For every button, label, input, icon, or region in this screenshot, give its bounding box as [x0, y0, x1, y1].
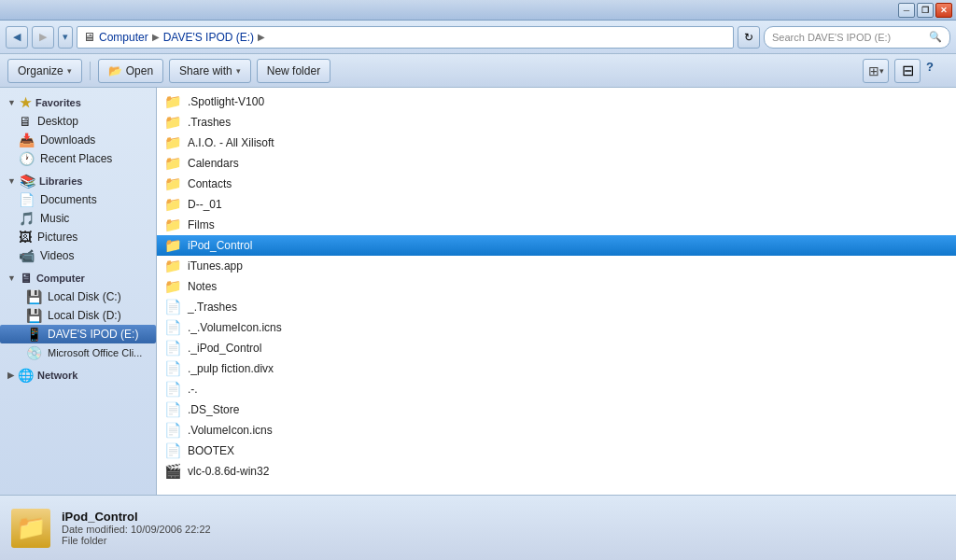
file-item[interactable]: 📄._.VolumeIcon.icns: [157, 317, 956, 338]
file-item[interactable]: 📄BOOTEX: [157, 441, 956, 461]
sidebar-item-local-c[interactable]: 💾 Local Disk (C:): [0, 287, 156, 306]
maximize-button[interactable]: ❐: [917, 3, 934, 18]
file-item[interactable]: 📁Films: [157, 215, 956, 235]
address-box[interactable]: 🖥 Computer ▶ DAVE'S IPOD (E:) ▶: [77, 26, 734, 49]
file-icon: 📄: [164, 442, 182, 459]
file-name: vlc-0.8.6d-win32: [188, 465, 269, 478]
recent-label: Recent Places: [40, 152, 112, 165]
sidebar-item-local-d[interactable]: 💾 Local Disk (D:): [0, 306, 156, 325]
view-icon: ⊞: [868, 63, 879, 78]
view-button[interactable]: ⊞ ▾: [863, 59, 889, 83]
file-name: ._.VolumeIcon.icns: [188, 321, 282, 334]
file-item[interactable]: 📄._pulp fiction.divx: [157, 358, 956, 379]
organize-button[interactable]: Organize ▾: [7, 59, 82, 83]
pictures-icon: 🖼: [19, 230, 32, 245]
back-button[interactable]: ◀: [6, 26, 28, 49]
help-button[interactable]: ?: [926, 60, 949, 82]
file-name: Notes: [188, 280, 217, 293]
documents-label: Documents: [40, 193, 97, 206]
dropdown-button[interactable]: ▾: [58, 26, 73, 49]
open-button[interactable]: 📂 Open: [98, 59, 163, 83]
favorites-header[interactable]: ▼ ★ Favorites: [0, 93, 156, 112]
file-item[interactable]: 📁.Spotlight-V100: [157, 91, 956, 112]
sidebar-item-desktop[interactable]: 🖥 Desktop: [0, 112, 156, 131]
desktop-icon: 🖥: [19, 114, 32, 129]
file-item[interactable]: 📁Contacts: [157, 174, 956, 194]
file-item[interactable]: 📄_.Trashes: [157, 297, 956, 317]
music-icon: 🎵: [19, 211, 35, 226]
breadcrumb-drive[interactable]: DAVE'S IPOD (E:): [163, 31, 254, 44]
status-bar: 📁 iPod_Control Date modified: 10/09/2006…: [0, 495, 956, 560]
office-label: Microsoft Office Cli...: [48, 347, 142, 358]
disk-c-label: Local Disk (C:): [48, 290, 121, 303]
file-item[interactable]: 📁iTunes.app: [157, 256, 956, 276]
disk-d-icon: 💾: [26, 308, 42, 323]
file-item[interactable]: 📁D--_01: [157, 194, 956, 215]
disk-c-icon: 💾: [26, 289, 42, 304]
documents-icon: 📄: [19, 192, 35, 207]
file-name: .Spotlight-V100: [188, 95, 264, 108]
folder-icon: 📁: [164, 258, 182, 274]
toolbar: Organize ▾ 📂 Open Share with ▾ New folde…: [0, 54, 956, 88]
breadcrumb-computer[interactable]: Computer: [99, 31, 148, 44]
minimize-button[interactable]: ─: [898, 3, 915, 18]
computer-header[interactable]: ▼ 🖥 Computer: [0, 269, 156, 287]
libraries-section: ▼ 📚 Libraries 📄 Documents 🎵 Music 🖼 Pict…: [0, 172, 156, 265]
refresh-button[interactable]: ↻: [738, 26, 760, 49]
network-header[interactable]: ▶ 🌐 Network: [0, 366, 156, 385]
file-name: iTunes.app: [188, 259, 243, 273]
favorites-label: Favorites: [35, 97, 81, 108]
sidebar-item-videos[interactable]: 📹 Videos: [0, 246, 156, 265]
status-filename: iPod_Control: [62, 510, 945, 524]
file-item[interactable]: 📄._iPod_Control: [157, 338, 956, 358]
file-item[interactable]: 📁Calendars: [157, 153, 956, 174]
address-bar: ◀ ▶ ▾ 🖥 Computer ▶ DAVE'S IPOD (E:) ▶ ↻ …: [0, 21, 956, 54]
sidebar-item-ipod[interactable]: 📱 DAVE'S IPOD (E:): [0, 325, 156, 343]
computer-label: Computer: [36, 273, 85, 284]
search-box[interactable]: Search DAVE'S IPOD (E:) 🔍: [764, 26, 950, 49]
share-arrow: ▾: [236, 66, 241, 76]
main-area: ▼ ★ Favorites 🖥 Desktop 📥 Downloads 🕐 Re…: [0, 88, 956, 495]
file-icon: 📄: [164, 381, 182, 398]
file-item[interactable]: 📁A.I.O. - All Xilisoft: [157, 133, 956, 153]
libraries-tri: ▼: [7, 176, 16, 186]
file-name: .DS_Store: [188, 403, 239, 416]
folder-icon: 📁: [164, 155, 182, 172]
new-folder-label: New folder: [267, 64, 320, 77]
office-icon: 💿: [26, 345, 42, 360]
videos-label: Videos: [40, 249, 74, 262]
pictures-label: Pictures: [37, 231, 77, 244]
pane-button[interactable]: ⊟: [894, 59, 921, 83]
file-item[interactable]: 📄.-.: [157, 379, 956, 399]
view-arrow: ▾: [879, 66, 884, 76]
file-item[interactable]: 🎬vlc-0.8.6d-win32: [157, 461, 956, 482]
file-item[interactable]: 📁Notes: [157, 276, 956, 297]
title-bar: ─ ❐ ✕: [0, 0, 956, 21]
downloads-label: Downloads: [40, 133, 95, 147]
new-folder-button[interactable]: New folder: [257, 59, 330, 83]
computer-section: ▼ 🖥 Computer 💾 Local Disk (C:) 💾 Local D…: [0, 269, 156, 362]
libraries-header[interactable]: ▼ 📚 Libraries: [0, 172, 156, 190]
sidebar-item-music[interactable]: 🎵 Music: [0, 209, 156, 228]
sidebar-item-downloads[interactable]: 📥 Downloads: [0, 131, 156, 149]
file-name: A.I.O. - All Xilisoft: [188, 136, 274, 149]
sidebar-item-recent[interactable]: 🕐 Recent Places: [0, 149, 156, 168]
close-button[interactable]: ✕: [935, 3, 952, 18]
sidebar-item-pictures[interactable]: 🖼 Pictures: [0, 228, 156, 246]
sidebar-item-documents[interactable]: 📄 Documents: [0, 190, 156, 209]
file-item[interactable]: 📁iPod_Control: [157, 235, 956, 256]
sidebar-item-ms-office[interactable]: 💿 Microsoft Office Cli...: [0, 343, 156, 362]
folder-icon: 📁: [164, 278, 182, 295]
videos-icon: 📹: [19, 248, 35, 263]
status-file-icon: 📁: [11, 509, 50, 548]
share-button[interactable]: Share with ▾: [169, 59, 251, 83]
forward-button[interactable]: ▶: [32, 26, 54, 49]
file-item[interactable]: 📁.Trashes: [157, 112, 956, 133]
file-name: .Trashes: [188, 116, 231, 129]
folder-icon: 📁: [164, 175, 182, 192]
organize-label: Organize: [18, 64, 63, 77]
file-list[interactable]: 📁.Spotlight-V100📁.Trashes📁A.I.O. - All X…: [157, 88, 956, 495]
file-item[interactable]: 📄.DS_Store: [157, 399, 956, 420]
file-item[interactable]: 📄.VolumeIcon.icns: [157, 420, 956, 441]
file-name: _.Trashes: [188, 301, 237, 314]
